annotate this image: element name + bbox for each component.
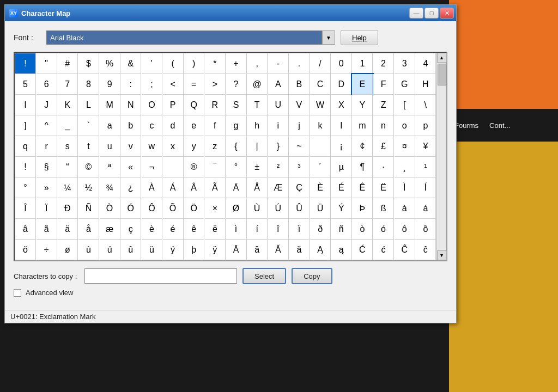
char-cell[interactable]: á xyxy=(415,198,436,219)
char-cell[interactable]: È xyxy=(310,177,331,198)
char-cell[interactable]: r xyxy=(37,136,57,157)
char-cell[interactable]: N xyxy=(120,95,141,115)
char-cell[interactable]: L xyxy=(78,95,99,115)
char-cell[interactable]: P xyxy=(163,95,184,115)
char-cell[interactable]: q xyxy=(15,136,36,157)
char-cell[interactable]: ; xyxy=(142,74,162,95)
char-cell[interactable]: · xyxy=(373,157,394,177)
char-cell[interactable]: K xyxy=(57,95,78,115)
char-cell[interactable]: S xyxy=(226,95,247,115)
char-cell[interactable]: ¸ xyxy=(395,157,415,177)
char-cell[interactable]: s xyxy=(57,136,78,157)
copy-button[interactable]: Copy xyxy=(292,268,332,284)
char-cell[interactable]: Ĉ xyxy=(395,240,415,260)
char-cell[interactable]: < xyxy=(163,74,184,95)
char-cell[interactable]: 8 xyxy=(78,74,99,95)
char-cell[interactable]: % xyxy=(100,53,120,74)
char-cell[interactable]: Ô xyxy=(142,198,162,219)
char-cell[interactable]: a xyxy=(100,115,120,136)
char-cell[interactable]: â xyxy=(15,219,36,240)
scroll-thumb[interactable] xyxy=(438,64,446,85)
char-cell[interactable]: i xyxy=(268,115,289,136)
char-cell[interactable]: ¾ xyxy=(100,177,120,198)
char-cell[interactable]: ñ xyxy=(331,219,352,240)
char-cell[interactable]: E xyxy=(352,74,373,95)
char-cell[interactable]: Ó xyxy=(120,198,141,219)
char-cell[interactable]: ¼ xyxy=(57,177,78,198)
char-cell[interactable]: z xyxy=(205,136,226,157)
char-cell[interactable]: l xyxy=(331,115,352,136)
char-cell[interactable] xyxy=(310,136,331,157)
char-cell[interactable]: " xyxy=(37,53,57,74)
char-cell[interactable]: u xyxy=(100,136,120,157)
char-cell[interactable]: c xyxy=(142,115,162,136)
char-cell[interactable]: $ xyxy=(78,53,99,74)
char-cell[interactable]: ± xyxy=(247,157,268,177)
advanced-view-checkbox[interactable] xyxy=(14,289,21,297)
char-cell[interactable]: 9 xyxy=(100,74,120,95)
char-cell[interactable]: ) xyxy=(184,53,204,74)
char-cell[interactable]: F xyxy=(373,74,394,95)
char-cell[interactable]: Ã xyxy=(205,177,226,198)
char-cell[interactable]: J xyxy=(37,95,57,115)
char-cell[interactable]: É xyxy=(331,177,352,198)
char-cell[interactable]: v xyxy=(120,136,141,157)
char-cell[interactable]: G xyxy=(395,74,415,95)
char-cell[interactable]: p xyxy=(415,115,436,136)
char-cell[interactable]: ç xyxy=(120,219,141,240)
char-cell[interactable]: / xyxy=(310,53,331,74)
char-cell[interactable]: ą xyxy=(331,240,352,260)
char-cell[interactable]: ê xyxy=(184,219,204,240)
char-cell[interactable]: Ä xyxy=(226,177,247,198)
char-cell[interactable]: æ xyxy=(100,219,120,240)
char-cell[interactable]: V xyxy=(289,95,310,115)
char-cell[interactable]: Z xyxy=(373,95,394,115)
char-cell[interactable]: © xyxy=(78,157,99,177)
char-cell[interactable]: Å xyxy=(247,177,268,198)
char-cell[interactable]: t xyxy=(78,136,99,157)
char-cell[interactable]: À xyxy=(142,177,162,198)
char-cell[interactable]: û xyxy=(120,240,141,260)
maximize-button[interactable]: □ xyxy=(424,8,439,19)
char-cell[interactable]: Ë xyxy=(373,177,394,198)
char-cell[interactable]: ö xyxy=(15,240,36,260)
char-cell[interactable]: ó xyxy=(373,219,394,240)
char-cell[interactable]: ] xyxy=(15,115,36,136)
char-cell[interactable]: ¶ xyxy=(352,157,373,177)
char-cell[interactable]: X xyxy=(331,95,352,115)
char-cell[interactable]: k xyxy=(310,115,331,136)
char-cell[interactable]: ò xyxy=(352,219,373,240)
char-cell[interactable]: õ xyxy=(415,219,436,240)
char-cell[interactable]: [ xyxy=(395,95,415,115)
char-cell[interactable]: f xyxy=(205,115,226,136)
char-cell[interactable]: ^ xyxy=(37,115,57,136)
char-cell[interactable]: j xyxy=(289,115,310,136)
char-cell[interactable]: B xyxy=(289,74,310,95)
char-cell[interactable]: Û xyxy=(289,198,310,219)
char-cell[interactable]: þ xyxy=(184,240,204,260)
char-cell[interactable]: ¹ xyxy=(415,157,436,177)
char-cell[interactable]: ü xyxy=(142,240,162,260)
char-cell[interactable]: ° xyxy=(226,157,247,177)
char-cell[interactable]: e xyxy=(184,115,204,136)
close-button[interactable]: ✕ xyxy=(440,8,454,19)
char-cell[interactable]: ÷ xyxy=(37,240,57,260)
char-cell[interactable]: I xyxy=(15,95,36,115)
char-cell[interactable]: ~ xyxy=(289,136,310,157)
char-cell[interactable]: ¥ xyxy=(415,136,436,157)
char-cell[interactable]: å xyxy=(78,219,99,240)
char-cell[interactable]: Ñ xyxy=(78,198,99,219)
char-cell[interactable]: 2 xyxy=(373,53,394,74)
minimize-button[interactable]: — xyxy=(409,8,423,19)
char-cell[interactable]: ă xyxy=(289,240,310,260)
char-cell[interactable]: ā xyxy=(247,240,268,260)
nav-item-contact[interactable]: Cont... xyxy=(489,121,510,130)
char-cell[interactable]: Ć xyxy=(352,240,373,260)
char-cell[interactable]: ć xyxy=(373,240,394,260)
char-cell[interactable]: h xyxy=(247,115,268,136)
char-cell[interactable]: x xyxy=(163,136,184,157)
char-cell[interactable]: = xyxy=(184,74,204,95)
select-button[interactable]: Select xyxy=(242,268,286,284)
char-cell[interactable]: , xyxy=(247,53,268,74)
char-cell[interactable]: b xyxy=(120,115,141,136)
